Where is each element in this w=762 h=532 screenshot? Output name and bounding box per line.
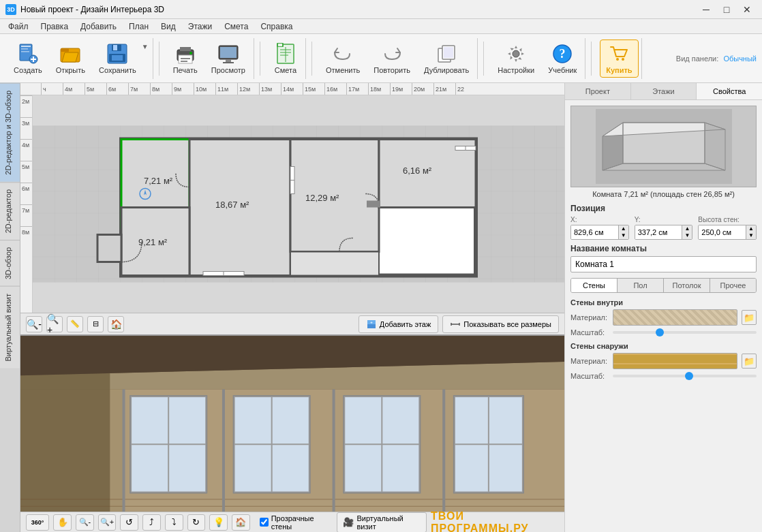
menu-help[interactable]: Справка	[255, 20, 298, 33]
ruler-mark: 14м	[281, 83, 303, 95]
settings-button[interactable]: Настройки	[492, 40, 540, 77]
view-3d-bottom-bar: 360° ✋ 🔍- 🔍+ ↺ ⤴ ⤵ ↻ 💡 🏠 Прозрачные стен…	[20, 512, 564, 532]
help-button[interactable]: ? Учебник	[543, 40, 582, 77]
light-button[interactable]: 💡	[209, 514, 228, 531]
transparent-walls-checkbox[interactable]	[260, 518, 269, 527]
360-view-button[interactable]: 360°	[26, 514, 49, 531]
svg-rect-80	[234, 396, 309, 492]
estimate-button[interactable]: Смета	[269, 40, 303, 77]
redo-button[interactable]: Повторить	[368, 40, 416, 77]
settings-label: Настройки	[498, 66, 534, 74]
inside-scale-row: Масштаб:	[570, 328, 757, 337]
inside-scale-slider[interactable]	[613, 331, 757, 334]
buy-label: Купить	[606, 66, 632, 74]
ruler-mark: 17м	[346, 83, 368, 95]
wall-height-input[interactable]	[699, 225, 746, 239]
tab-virtual[interactable]: Виртуальный визит	[0, 286, 20, 369]
room-name-input[interactable]	[570, 256, 757, 272]
outside-material-folder[interactable]: 📁	[742, 354, 757, 369]
zoom-in-button[interactable]: 🔍+	[46, 316, 63, 332]
x-spin-up[interactable]: ▲	[619, 225, 628, 232]
save-button[interactable]: Сохранить	[93, 40, 142, 77]
tab-2d[interactable]: 2D-редактор	[0, 182, 20, 240]
create-button[interactable]: Создать	[8, 40, 48, 77]
svg-rect-8	[61, 48, 69, 52]
tab-project[interactable]: Проект	[565, 83, 631, 99]
floor-plan-canvas[interactable]: 7,21 м² 18,67 м² 12,29 м² 6,16 м²	[33, 95, 564, 313]
pan-button[interactable]: ✋	[53, 514, 72, 531]
inside-scale-thumb[interactable]	[656, 328, 664, 337]
x-input[interactable]	[571, 225, 618, 239]
ruler-mark: 21м	[433, 83, 455, 95]
show-sizes-button[interactable]: Показывать все размеры	[442, 315, 559, 333]
ruler-mark: 19м	[390, 83, 412, 95]
duplicate-button[interactable]: Дублировать	[418, 40, 474, 77]
panel-view-mode[interactable]: Обычный	[723, 54, 757, 63]
svg-rect-23	[223, 62, 234, 63]
add-floor-button[interactable]: + Добавить этаж	[359, 315, 438, 333]
wall-height-spin-down[interactable]: ▼	[746, 232, 756, 239]
tab-properties[interactable]: Свойства	[697, 83, 762, 99]
close-button[interactable]: ✕	[737, 3, 757, 16]
home-3d-button[interactable]: 🏠	[232, 514, 250, 531]
inside-material-folder[interactable]: 📁	[742, 310, 757, 325]
tab-3d[interactable]: 3D-обзор	[0, 240, 20, 286]
sub-tab-floor[interactable]: Пол	[618, 279, 664, 292]
buy-button[interactable]: Купить	[600, 40, 638, 78]
snap-button[interactable]: ⊟	[87, 316, 104, 332]
minimize-button[interactable]: ─	[697, 3, 716, 16]
sub-tab-walls[interactable]: Стены	[571, 279, 618, 292]
menu-file[interactable]: Файл	[3, 20, 34, 33]
preview-button[interactable]: Просмотр	[206, 40, 251, 77]
save-dropdown-arrow[interactable]: ▼	[142, 43, 150, 50]
rotate-left-button[interactable]: ↺	[120, 514, 138, 531]
menu-view[interactable]: Вид	[155, 20, 181, 33]
home-button[interactable]: 🏠	[108, 316, 124, 332]
svg-rect-30	[278, 44, 282, 46]
virtual-visit-button[interactable]: 🎥 Виртуальный визит	[337, 512, 427, 533]
view-3d[interactable]	[20, 334, 564, 512]
outside-scale-slider[interactable]	[613, 375, 757, 377]
floor-plan-container: ч 4м 5м 6м 7м 8м 9м 10м 11м 12м 13м 14м …	[20, 83, 564, 532]
inside-material-row: Материал: 📁	[570, 309, 757, 326]
tilt-up-button[interactable]: ⤴	[142, 514, 161, 531]
menu-edit[interactable]: Правка	[35, 20, 74, 33]
estimate-label: Смета	[275, 66, 296, 74]
maximize-button[interactable]: □	[717, 3, 736, 16]
tilt-down-button[interactable]: ⤵	[165, 514, 183, 531]
svg-point-37	[616, 58, 619, 61]
menu-estimate[interactable]: Смета	[219, 20, 254, 33]
right-panel: Проект Этажи Свойства	[564, 83, 762, 532]
y-spin-up[interactable]: ▲	[682, 225, 692, 232]
tab-2d-3d[interactable]: 2D-редактор и 3D-обзор	[0, 83, 20, 182]
outside-material-row: Материал: 📁	[570, 353, 757, 369]
room-preview-label: Комната 7,21 м² (площадь стен 26,85 м²)	[570, 190, 757, 198]
outside-scale-thumb[interactable]	[685, 372, 693, 380]
inside-material-preview[interactable]	[613, 309, 737, 326]
toolbar: Создать Открыть Сохранить ▼ Печать	[0, 34, 762, 83]
open-button[interactable]: Открыть	[50, 40, 91, 77]
sub-tab-other[interactable]: Прочее	[710, 279, 756, 292]
menu-floors[interactable]: Этажи	[183, 20, 217, 33]
zoom-out-button[interactable]: 🔍-	[26, 316, 42, 332]
x-spin-down[interactable]: ▼	[619, 232, 628, 239]
room-name-section-label: Название комнаты	[570, 244, 757, 253]
print-button[interactable]: Печать	[168, 40, 203, 77]
y-input[interactable]	[635, 225, 682, 239]
svg-rect-22	[226, 59, 231, 62]
zoom-in-3d-button[interactable]: 🔍+	[98, 514, 117, 531]
ruler-mark: 20м	[412, 83, 433, 95]
y-spin-down[interactable]: ▼	[682, 232, 692, 239]
outside-material-preview[interactable]	[613, 353, 737, 369]
menu-plan[interactable]: План	[123, 20, 154, 33]
main-content: 2D-редактор и 3D-обзор 2D-редактор 3D-об…	[0, 83, 762, 532]
wall-height-spin-up[interactable]: ▲	[746, 225, 756, 232]
rotate-right-button[interactable]: ↻	[187, 514, 206, 531]
sub-tab-ceiling[interactable]: Потолок	[664, 279, 710, 292]
zoom-out-3d-button[interactable]: 🔍-	[76, 514, 94, 531]
measure-button[interactable]: 📏	[67, 316, 83, 332]
undo-button[interactable]: Отменить	[320, 40, 365, 77]
tab-floors[interactable]: Этажи	[631, 83, 697, 99]
menu-add[interactable]: Добавить	[75, 20, 122, 33]
outside-scale-row: Масштаб:	[570, 372, 757, 380]
